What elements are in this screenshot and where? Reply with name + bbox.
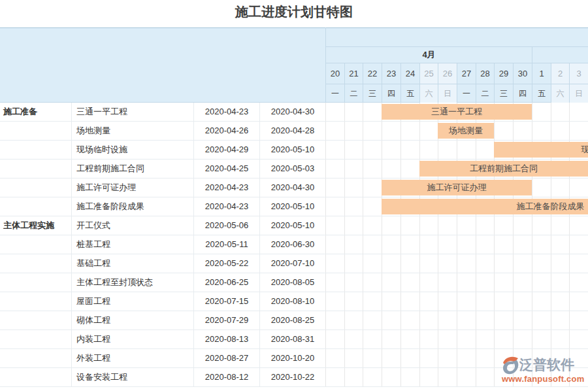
day-number-cell: 2 [551,63,570,84]
start-date-cell: 2020-05-06 [194,216,260,235]
gantt-bar-label: 施工准备阶段成果 [382,199,588,214]
end-date-cell: 2020-08-25 [260,311,325,330]
gantt-bar[interactable]: 现场临时设施 [494,142,588,158]
gantt-bar[interactable]: 施工许可证办理 [382,180,532,195]
grid-cell [532,311,551,330]
grid-cell [551,292,569,311]
grid-cell [532,122,551,140]
grid-cell [400,330,419,348]
gantt-bar[interactable]: 施工准备阶段成果 [382,199,588,214]
task-row: 桩基工程2020-05-112020-06-30 [0,235,588,254]
grid-cell [419,368,438,386]
chart-row [325,330,588,348]
task-row: 施工准备三通一平工程2020-04-232020-04-30三通一平工程 [0,103,588,122]
task-name-cell: 现场临时设施 [72,141,194,159]
grid-cell [551,330,569,348]
grid-cell [457,349,476,367]
grid-cell [382,235,400,254]
grid-cell [400,216,419,235]
month-cell [532,47,588,63]
grid-cell [532,292,551,311]
start-date-cell: 2020-04-23 [194,197,260,216]
month-row: 4月 [326,46,588,63]
grid-cell [476,235,494,254]
grid-cell [325,273,344,292]
start-date-cell: 2020-08-27 [194,349,260,367]
start-date-cell: 2020-04-23 [194,178,260,197]
vendor-brand-name: 泛普软件 [519,355,574,375]
grid-cell [494,330,513,348]
grid-cell [400,254,419,273]
weekday-cell: 五 [401,84,420,103]
grid-cell [569,178,588,197]
start-date-cell: 2020-04-29 [194,141,260,159]
grid-cell [551,178,569,197]
grid-cell [457,216,476,235]
task-row: 施工准备阶段成果2020-04-232020-05-10施工准备阶段成果 [0,197,588,216]
grid-cell [494,122,513,140]
chart-row: 工程前期施工合同 [325,160,588,178]
grid-cell [551,254,569,273]
group-cell [0,311,72,330]
day-number-cell: 24 [401,63,420,84]
group-cell [0,141,72,159]
gantt-bar[interactable]: 场地测量 [438,123,494,139]
task-name-cell: 基础工程 [72,254,194,273]
grid-cell [438,330,457,348]
grid-cell [438,141,457,159]
day-number-cell: 26 [438,63,457,84]
task-name-cell: 施工许可证办理 [72,178,194,197]
task-row: 设备安装工程2020-08-122020-10-22 [0,368,588,387]
grid-cell [513,235,532,254]
start-date-cell: 2020-04-23 [194,103,260,121]
grid-cell [363,254,382,273]
grid-cell [344,103,363,121]
task-row: 主体工程至封顶状态2020-06-252020-08-05 [0,273,588,292]
task-row: 基础工程2020-05-222020-07-10 [0,254,588,273]
grid-cell [363,216,382,235]
end-date-cell: 2020-08-31 [260,330,325,348]
task-name-cell: 内装工程 [72,330,194,348]
start-date-cell: 2020-04-25 [194,160,260,178]
grid-cell [419,254,438,273]
grid-cell [569,292,588,311]
grid-cell [419,122,438,140]
grid-cell [344,122,363,140]
day-number-cell: 25 [420,63,438,84]
group-cell: 主体工程实施 [0,216,72,235]
grid-cell [363,160,382,178]
grid-cell [438,349,457,367]
grid-cell [569,122,588,140]
grid-cell [457,292,476,311]
grid-cell [569,330,588,348]
group-cell [0,330,72,348]
grid-cell [419,330,438,348]
gantt-bar[interactable]: 三通一平工程 [382,104,532,120]
day-number-cell: 27 [457,63,476,84]
gantt-bar-label: 三通一平工程 [382,104,532,120]
grid-cell [344,292,363,311]
end-date-cell: 2020-05-03 [260,160,325,178]
grid-cell [400,273,419,292]
grid-cell [344,273,363,292]
grid-cell [363,273,382,292]
grid-cell [419,311,438,330]
day-number-cell: 30 [514,63,532,84]
grid-cell [419,216,438,235]
start-date-cell: 2020-04-26 [194,122,260,140]
grid-cell [382,254,400,273]
grid-cell [400,292,419,311]
grid-cell [344,141,363,159]
task-row: 主体工程实施开工仪式2020-05-062020-05-10 [0,216,588,235]
grid-cell [382,368,400,386]
grid-cell [513,122,532,140]
grid-cell [569,254,588,273]
grid-cell [494,254,513,273]
gantt-bar[interactable]: 工程前期施工合同 [419,161,588,177]
grid-cell [438,292,457,311]
grid-cell [569,311,588,330]
grid-cell [382,216,400,235]
grid-cell [457,273,476,292]
chart-row [325,311,588,330]
grid-cell [325,197,344,216]
